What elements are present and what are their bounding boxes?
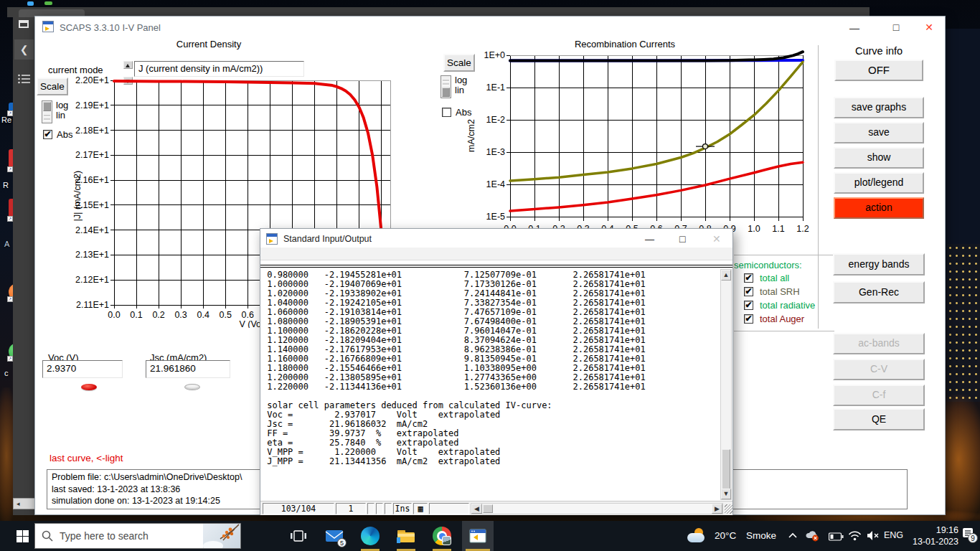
tray-time: 19:16 — [905, 524, 958, 536]
taskbar-chrome-button[interactable] — [426, 521, 458, 551]
volume-muted-icon[interactable] — [867, 530, 880, 541]
desktop-icon-label[interactable]: R — [3, 181, 9, 189]
scroll-right-icon[interactable]: ▶ — [712, 504, 722, 514]
window-title: SCAPS 3.3.10 I-V Panel — [60, 22, 161, 33]
taskbar-explorer-button[interactable] — [390, 521, 422, 551]
desktop-icon-label[interactable]: Re — [1, 116, 11, 124]
edge-icon — [361, 527, 380, 545]
svg-text:0.2: 0.2 — [152, 310, 164, 320]
abs-checkbox-left[interactable]: ✔ — [43, 130, 52, 139]
qe-button[interactable]: QE — [833, 408, 925, 430]
search-highlight-image[interactable] — [203, 524, 240, 548]
action-button[interactable]: action — [834, 197, 924, 219]
scale-button-left[interactable]: Scale — [37, 77, 68, 95]
abs-checkbox-right[interactable] — [442, 108, 451, 117]
gen-rec-button[interactable]: Gen-Rec — [833, 281, 925, 303]
svg-text:0.5: 0.5 — [220, 310, 232, 320]
legend-checkbox-total-srh[interactable]: ✔ — [744, 287, 753, 296]
svg-text:1E+0: 1E+0 — [484, 50, 505, 60]
search-box[interactable]: Type here to search — [34, 523, 241, 549]
dialog-maximize-button[interactable]: □ — [679, 233, 685, 245]
legend-frame — [734, 331, 834, 331]
current-mode-select[interactable]: J (current density in mA/cm2)) — [134, 61, 304, 77]
c-f-button[interactable]: C-f — [833, 385, 925, 406]
scroll-down-icon[interactable]: ▼ — [721, 489, 731, 499]
tray-weather-condition[interactable]: Smoke — [746, 530, 776, 541]
desktop-icon-label[interactable]: A — [4, 240, 9, 248]
show-button[interactable]: show — [834, 147, 924, 169]
onedrive-error-icon[interactable] — [805, 529, 821, 545]
dialog-menubar — [260, 248, 732, 260]
wifi-icon[interactable] — [848, 530, 862, 541]
battery-icon[interactable] — [829, 532, 844, 541]
save-graphs-button[interactable]: save graphs — [834, 97, 924, 118]
log-lin-slider-left[interactable] — [42, 100, 52, 123]
plot-legend-button[interactable]: plot/legend — [834, 172, 924, 194]
energy-bands-button[interactable]: energy bands — [833, 253, 925, 276]
wallpaper-building — [946, 29, 980, 244]
tray-clock[interactable]: 19:16 13-01-2023 — [905, 524, 958, 547]
taskbar: Type here to search 5 — [0, 521, 980, 551]
back-arrow-icon[interactable]: ❮ — [14, 39, 34, 60]
svg-text:2.17E+1: 2.17E+1 — [75, 150, 109, 160]
svg-text:2.11E+1: 2.11E+1 — [76, 300, 109, 310]
legend-checkbox-total-all[interactable]: ✔ — [744, 273, 753, 283]
tray-language[interactable]: ENG — [884, 530, 903, 540]
legend-checkbox-total-auger[interactable]: ✔ — [744, 314, 753, 324]
recombination-chart[interactable]: 0.00.10.20.30.40.50.60.70.80.91.01.11.21… — [466, 48, 824, 243]
legend-checkbox-total-radiative[interactable]: ✔ — [744, 301, 753, 310]
curve-info-off-button[interactable]: OFF — [834, 60, 923, 81]
svg-text:0.6: 0.6 — [242, 310, 254, 320]
scroll-thumb[interactable] — [722, 449, 730, 489]
taskbar-mail-button[interactable]: 5 — [319, 521, 350, 551]
task-view-button[interactable] — [283, 521, 314, 551]
weather-icon[interactable] — [687, 528, 710, 545]
resize-grip[interactable] — [725, 504, 732, 514]
taskbar-scaps-button[interactable] — [462, 521, 494, 551]
chrome-icon — [433, 527, 451, 545]
last-curve-note: last curve, <-light — [50, 453, 123, 463]
dialog-minimize-button[interactable]: — — [645, 234, 654, 245]
taskbar-edge-button[interactable] — [354, 521, 386, 551]
tray-chevron-up-icon[interactable] — [788, 532, 798, 539]
minimize-button[interactable]: — — [844, 22, 864, 34]
slider-thumb[interactable] — [43, 102, 51, 111]
notification-center-button[interactable]: 9 — [962, 527, 975, 542]
legend-title: semiconductors: — [734, 260, 802, 270]
jsc-value: 21.961860 — [146, 360, 230, 378]
desktop-icon-label[interactable]: c — [4, 369, 9, 377]
scroll-left-icon[interactable]: ◀ — [471, 504, 482, 514]
log-lin-slider-right[interactable] — [440, 75, 451, 98]
maximize-button[interactable]: □ — [886, 22, 906, 33]
dialog-hscrollbar[interactable]: ◀ ▶ — [471, 503, 723, 514]
scroll-thumb[interactable] — [483, 504, 493, 513]
spinner-up-icon[interactable] — [123, 61, 133, 69]
file-explorer-icon — [397, 528, 415, 544]
start-button[interactable] — [9, 521, 36, 551]
tray-temperature[interactable]: 20°C — [715, 530, 736, 541]
y-axis-label: mA/cm2 — [466, 119, 476, 152]
svg-text:0.0: 0.0 — [108, 310, 120, 320]
svg-text:1E-2: 1E-2 — [486, 115, 505, 125]
panel-divider — [818, 45, 819, 329]
save-button[interactable]: save — [834, 122, 924, 143]
slider-thumb[interactable] — [442, 88, 450, 97]
tray-date: 13-01-2023 — [905, 536, 958, 547]
c-v-button[interactable]: C-V — [833, 359, 925, 380]
shortcut-arrow-icon: ↗ — [7, 216, 13, 222]
current-mode-label: current mode — [48, 65, 103, 75]
close-button[interactable]: ✕ — [919, 22, 939, 33]
scroll-up-icon[interactable]: ▲ — [721, 270, 731, 281]
list-icon[interactable] — [17, 73, 32, 85]
dialog-vscrollbar[interactable]: ▲ ▼ — [720, 269, 732, 500]
search-icon — [42, 530, 53, 542]
search-placeholder[interactable]: Type here to search — [60, 530, 149, 542]
separator — [260, 267, 732, 268]
dialog-close-button[interactable]: ✕ — [712, 233, 721, 245]
current-mode-spinner[interactable] — [123, 61, 133, 77]
lin-label: lin — [56, 110, 65, 121]
legend-label-total-all: total all — [760, 273, 789, 283]
shortcut-arrow-icon: ↗ — [7, 296, 13, 302]
svg-text:2.12E+1: 2.12E+1 — [75, 275, 109, 285]
ac-bands-button[interactable]: ac-bands — [833, 333, 925, 354]
